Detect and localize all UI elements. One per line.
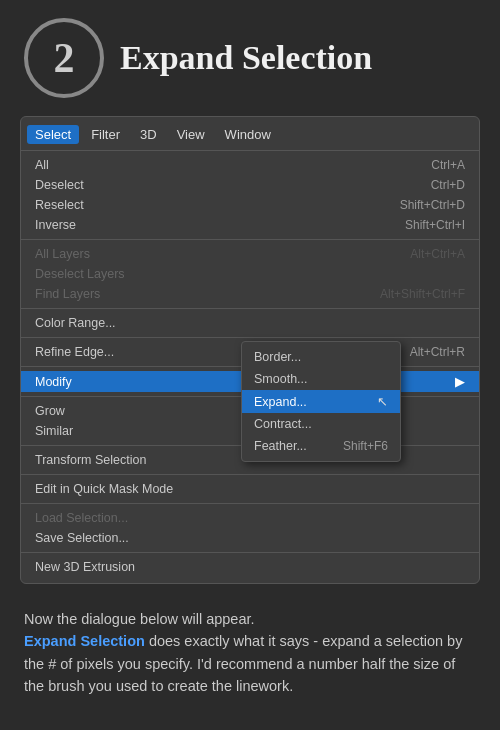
menu-item-find-layers[interactable]: Find Layers Alt+Shift+Ctrl+F xyxy=(21,284,479,304)
separator-2 xyxy=(21,308,479,309)
menu-item-color-range[interactable]: Color Range... xyxy=(21,313,479,333)
menubar-item-select[interactable]: Select xyxy=(27,125,79,144)
menu-item-save-selection[interactable]: Save Selection... xyxy=(21,528,479,548)
modify-submenu-container: Modify ▶ Border... Smooth... Expand... ↖… xyxy=(21,371,479,392)
description-text1: Now the dialogue below will appear. xyxy=(24,611,255,627)
menu-item-inverse[interactable]: Inverse Shift+Ctrl+I xyxy=(21,215,479,235)
menu-item-deselect[interactable]: Deselect Ctrl+D xyxy=(21,175,479,195)
description: Now the dialogue below will appear. Expa… xyxy=(0,600,500,718)
step-number-circle: 2 xyxy=(24,18,104,98)
separator-9 xyxy=(21,552,479,553)
separator-3 xyxy=(21,337,479,338)
step-number: 2 xyxy=(54,34,75,82)
header: 2 Expand Selection xyxy=(0,0,500,108)
submenu-item-border[interactable]: Border... xyxy=(242,346,400,368)
menu-item-all[interactable]: All Ctrl+A xyxy=(21,155,479,175)
menu-window: Select Filter 3D View Window All Ctrl+A … xyxy=(20,116,480,584)
menu-item-load-selection[interactable]: Load Selection... xyxy=(21,508,479,528)
cursor-icon: ↖ xyxy=(377,394,388,409)
separator-8 xyxy=(21,503,479,504)
menu-item-reselect[interactable]: Reselect Shift+Ctrl+D xyxy=(21,195,479,215)
submenu-item-feather[interactable]: Feather... Shift+F6 xyxy=(242,435,400,457)
separator-1 xyxy=(21,239,479,240)
menu-item-deselect-layers[interactable]: Deselect Layers xyxy=(21,264,479,284)
modify-submenu: Border... Smooth... Expand... ↖ Contract… xyxy=(241,341,401,462)
separator-7 xyxy=(21,474,479,475)
menu-item-new-3d-extrusion[interactable]: New 3D Extrusion xyxy=(21,557,479,577)
menubar-item-3d[interactable]: 3D xyxy=(132,125,165,144)
menu-bar: Select Filter 3D View Window xyxy=(21,123,479,151)
menu-item-quick-mask[interactable]: Edit in Quick Mask Mode xyxy=(21,479,479,499)
submenu-arrow-icon: ▶ xyxy=(455,374,465,389)
menubar-item-window[interactable]: Window xyxy=(217,125,279,144)
menubar-item-view[interactable]: View xyxy=(169,125,213,144)
menu-item-all-layers[interactable]: All Layers Alt+Ctrl+A xyxy=(21,244,479,264)
submenu-item-contract[interactable]: Contract... xyxy=(242,413,400,435)
description-highlight: Expand Selection xyxy=(24,633,145,649)
menubar-item-filter[interactable]: Filter xyxy=(83,125,128,144)
header-title: Expand Selection xyxy=(120,39,372,76)
submenu-item-smooth[interactable]: Smooth... xyxy=(242,368,400,390)
submenu-item-expand[interactable]: Expand... ↖ xyxy=(242,390,400,413)
